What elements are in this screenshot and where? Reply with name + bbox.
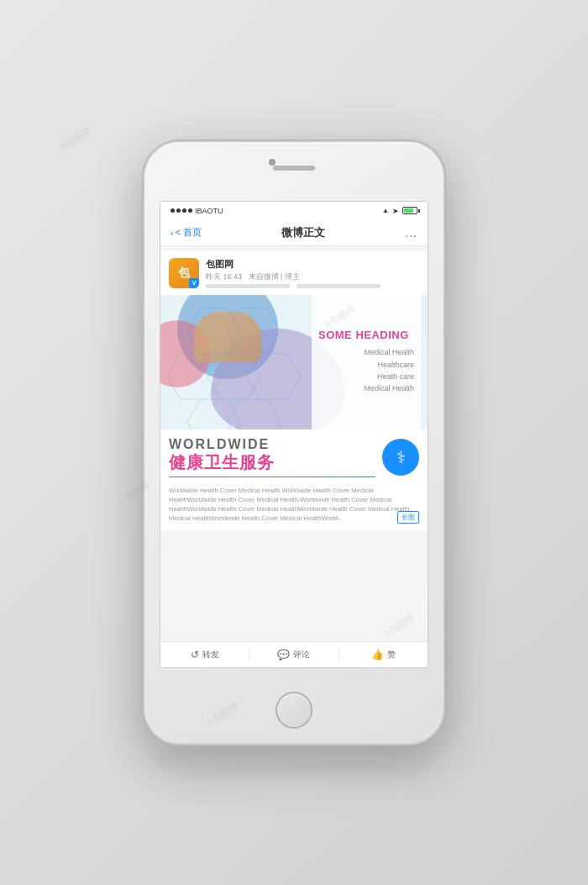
svg-marker-4 bbox=[247, 353, 301, 398]
post-text-row bbox=[206, 284, 419, 288]
blurred-text-2 bbox=[297, 284, 381, 288]
svg-marker-5 bbox=[187, 399, 241, 429]
body-text-section: Worldwide Health Cover Medical Health Wo… bbox=[160, 482, 428, 530]
blurred-text-1 bbox=[206, 284, 290, 288]
navigation-icon: ➤ bbox=[392, 207, 399, 215]
avatar: 包 V bbox=[169, 258, 199, 288]
time-text: 昨天 16:43 bbox=[206, 272, 242, 281]
repost-label: 转发 bbox=[202, 649, 219, 661]
post-header: 包 V 包图网 昨天 16:43 来自微博 | 博主 bbox=[160, 251, 428, 295]
phone-reflection bbox=[160, 745, 428, 779]
battery-indicator bbox=[402, 207, 417, 214]
card-image-section: SOME HEADING Medical Health Healthcare H… bbox=[160, 295, 428, 429]
svg-marker-1 bbox=[228, 308, 281, 353]
battery-fill bbox=[404, 208, 413, 213]
worldwide-section: WORLDWIDE 健康卫生服务 ⚕ bbox=[160, 429, 428, 482]
changtu-badge: 长图 bbox=[397, 511, 419, 524]
back-label: < 首页 bbox=[176, 226, 202, 239]
status-right: ▲ ➤ bbox=[382, 207, 417, 215]
worldwide-left: WORLDWIDE 健康卫生服务 bbox=[169, 438, 375, 477]
phone-screen: IBAOTU ▲ ➤ ‹ < 首页 bbox=[160, 201, 428, 668]
worldwide-en: WORLDWIDE bbox=[169, 438, 375, 451]
stethoscope-symbol: ⚕ bbox=[396, 447, 406, 467]
chevron-left-icon: ‹ bbox=[171, 228, 174, 238]
action-bar: ↺ 转发 💬 评论 👍 赞 bbox=[160, 641, 428, 667]
screen-content: IBAOTU ▲ ➤ ‹ < 首页 bbox=[160, 202, 428, 667]
svg-marker-3 bbox=[207, 353, 261, 398]
comment-label: 评论 bbox=[293, 649, 310, 661]
post-time: 昨天 16:43 来自微博 | 博主 bbox=[206, 271, 419, 282]
phone-device: IBAOTU ▲ ➤ ‹ < 首页 bbox=[143, 140, 445, 745]
like-icon: 👍 bbox=[371, 649, 384, 661]
status-bar: IBAOTU ▲ ➤ bbox=[160, 202, 428, 220]
repost-icon: ↺ bbox=[191, 649, 199, 661]
list-item-1: Medical Health bbox=[318, 346, 414, 358]
medical-card: SOME HEADING Medical Health Healthcare H… bbox=[160, 295, 428, 530]
wifi-icon: ▲ bbox=[382, 207, 389, 214]
svg-marker-0 bbox=[187, 308, 241, 353]
speaker bbox=[273, 166, 315, 171]
post-meta: 包图网 昨天 16:43 来自微博 | 博主 bbox=[206, 258, 419, 288]
card-right-section: SOME HEADING Medical Health Healthcare H… bbox=[312, 295, 421, 429]
post-card: 包 V 包图网 昨天 16:43 来自微博 | 博主 bbox=[160, 251, 428, 530]
carrier-name: IBAOTU bbox=[195, 207, 223, 215]
list-item-4: Medical Health bbox=[318, 382, 414, 394]
comment-button[interactable]: 💬 评论 bbox=[249, 649, 338, 661]
signal-dots bbox=[171, 208, 192, 213]
front-camera bbox=[269, 159, 276, 166]
signal-dot-2 bbox=[176, 208, 181, 213]
chinese-title: 健康卫生服务 bbox=[169, 451, 375, 473]
signal-dot-4 bbox=[188, 208, 192, 213]
page-title: 微博正文 bbox=[202, 225, 405, 240]
signal-dot-1 bbox=[171, 208, 175, 213]
list-item-2: Healthcare bbox=[318, 359, 414, 371]
list-item-3: Heath care bbox=[318, 371, 414, 382]
svg-marker-2 bbox=[167, 353, 221, 398]
source-text: 来自微博 | 博主 bbox=[249, 272, 300, 281]
like-label: 赞 bbox=[387, 649, 396, 661]
comment-icon: 💬 bbox=[277, 649, 290, 661]
repost-button[interactable]: ↺ 转发 bbox=[160, 649, 249, 661]
signal-dot-3 bbox=[182, 208, 186, 213]
back-button[interactable]: ‹ < 首页 bbox=[171, 226, 202, 239]
like-button[interactable]: 👍 赞 bbox=[339, 649, 428, 661]
power-button bbox=[444, 293, 447, 335]
nav-bar: ‹ < 首页 微博正文 ... bbox=[160, 220, 428, 246]
post-area: 包 V 包图网 昨天 16:43 来自微博 | 博主 bbox=[160, 246, 428, 641]
status-left: IBAOTU bbox=[171, 207, 223, 215]
svg-marker-6 bbox=[228, 399, 281, 429]
divider-line bbox=[169, 477, 375, 477]
post-username: 包图网 bbox=[206, 258, 419, 271]
home-button[interactable] bbox=[276, 692, 312, 729]
list-items: Medical Health Healthcare Heath care Med… bbox=[318, 346, 414, 395]
phone-body: IBAOTU ▲ ➤ ‹ < 首页 bbox=[143, 140, 445, 745]
stethoscope-icon: ⚕ bbox=[382, 439, 419, 476]
verified-badge: V bbox=[189, 278, 199, 288]
watermark-1: b包图网 bbox=[58, 125, 93, 153]
more-button[interactable]: ... bbox=[405, 226, 417, 240]
volume-button bbox=[141, 277, 144, 302]
avatar-letter: 包 bbox=[178, 266, 190, 281]
some-heading: SOME HEADING bbox=[318, 329, 414, 341]
verified-v: V bbox=[192, 280, 197, 286]
body-text: Worldwide Health Cover Medical Health Wo… bbox=[169, 486, 419, 524]
